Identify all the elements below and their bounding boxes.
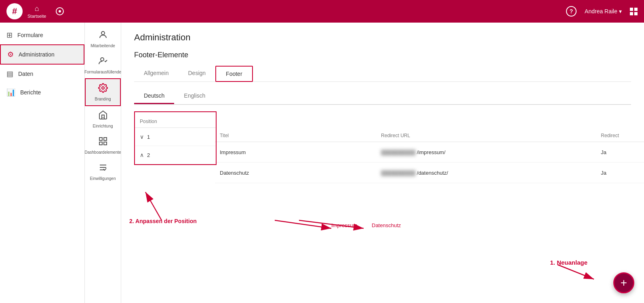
dashboardelemente-label: Dashboardelemente (84, 150, 121, 155)
sidebar-item-dashboardelemente[interactable]: Dashboardelemente (85, 132, 121, 159)
col-header-titel: Titel (215, 130, 376, 142)
arrow-down-1[interactable]: ∨ (140, 134, 144, 140)
sidebar-item-label-administration: Administration (19, 51, 55, 58)
svg-point-1 (101, 58, 104, 61)
tab-bar-main: Allgemein Design Footer (134, 66, 631, 82)
url-path-impressum: /impressum/ (417, 149, 446, 155)
svg-rect-5 (104, 138, 107, 140)
einrichtung-label: Einrichtung (93, 124, 113, 128)
page-title: Administration (134, 32, 631, 43)
einwilligungen-icon (98, 163, 108, 175)
home-icon: ⌂ (35, 4, 39, 13)
circle-indicator (56, 7, 64, 15)
col-header-position: Position (135, 115, 216, 128)
url-impressum: ██████████ /impressum/ (376, 142, 596, 163)
icon-sidebar: Mitarbeitende Formularausfüllende Brandi… (85, 23, 121, 303)
svg-point-0 (101, 31, 105, 35)
svg-rect-4 (99, 138, 102, 140)
redirect-impressum: Ja (596, 142, 644, 163)
annotation-anpassen: 2. Anpassen der Position (129, 218, 197, 224)
titel-datenschutz: Datenschutz (215, 163, 376, 183)
url-datenschutz: ██████████ /datenschutz/ (376, 163, 596, 183)
left-sidebar: ⊞ Formulare ⚙ Administration ▤ Daten 📊 B… (0, 23, 85, 303)
einrichtung-icon (98, 110, 108, 122)
sidebar-item-daten[interactable]: ▤ Daten (0, 65, 84, 83)
table-row-impressum: Impressum ██████████ /impressum/ Ja ⋮ (215, 142, 644, 163)
user-name-label: Andrea Raile (585, 8, 617, 15)
sidebar-item-formulare[interactable]: ⊞ Formulare (0, 26, 84, 44)
url-path-datenschutz: /datenschutz/ (417, 170, 448, 176)
position-cell-1: ∨ 1 (135, 128, 216, 146)
redirect-datenschutz: Ja (596, 163, 644, 183)
sidebar-item-label-berichte: Berichte (20, 89, 41, 96)
branding-icon (98, 83, 108, 95)
svg-rect-3 (101, 117, 105, 118)
einwilligungen-label: Einwilligungen (90, 176, 116, 181)
svg-line-12 (145, 192, 162, 220)
table-row: ∨ 1 (135, 128, 216, 146)
pos-num-2: 2 (147, 152, 150, 158)
sidebar-item-branding[interactable]: Branding (85, 78, 121, 106)
sidebar-item-administration[interactable]: ⚙ Administration (0, 44, 84, 65)
help-button[interactable]: ? (566, 6, 577, 17)
annotation-impressum: Impressum (331, 222, 357, 228)
tab-allgemein[interactable]: Allgemein (134, 66, 178, 81)
chevron-down-icon: ▾ (619, 8, 622, 15)
add-button[interactable]: + (613, 272, 634, 293)
svg-line-13 (275, 220, 331, 228)
sidebar-item-formularausfuellende[interactable]: Formularausfüllende (85, 52, 121, 78)
tab-design[interactable]: Design (178, 66, 215, 81)
administration-icon: ⚙ (7, 50, 14, 59)
formularausfuellende-icon (98, 56, 108, 68)
logo[interactable]: # (6, 3, 23, 19)
home-nav[interactable]: ⌂ Startseite (27, 4, 46, 19)
svg-line-15 (558, 265, 594, 279)
apps-button[interactable] (630, 8, 638, 15)
mitarbeitende-icon (98, 30, 108, 42)
position-cell-2: ∧ 2 (135, 146, 216, 164)
daten-icon: ▤ (6, 69, 13, 78)
svg-rect-7 (104, 142, 107, 145)
tab-englisch[interactable]: Englisch (174, 88, 215, 104)
formularausfuellende-label: Formularausfüllende (84, 70, 121, 74)
sidebar-item-einrichtung[interactable]: Einrichtung (85, 106, 121, 132)
home-label: Startseite (27, 14, 46, 19)
top-nav: # ⌂ Startseite ? Andrea Raile ▾ (0, 0, 644, 23)
user-menu[interactable]: Andrea Raile ▾ (585, 8, 622, 15)
branding-label: Branding (95, 97, 111, 101)
footer-table: Position ∨ 1 (135, 115, 216, 164)
sidebar-item-einwilligungen[interactable]: Einwilligungen (85, 159, 121, 185)
main-layout: ⊞ Formulare ⚙ Administration ▤ Daten 📊 B… (0, 23, 644, 303)
sidebar-item-mitarbeitende[interactable]: Mitarbeitende (85, 26, 121, 52)
tab-deutsch[interactable]: Deutsch (134, 88, 174, 104)
tab-footer[interactable]: Footer (215, 66, 253, 82)
sidebar-item-label-daten: Daten (18, 71, 33, 77)
col-header-redirect-url: Redirect URL (376, 130, 596, 142)
table-row-datenschutz: Datenschutz ██████████ /datenschutz/ Ja … (215, 163, 644, 183)
annotation-neuanlage: 1. Neuanlage (550, 259, 587, 266)
berichte-icon: 📊 (6, 88, 15, 97)
mitarbeitende-label: Mitarbeitende (90, 44, 115, 48)
svg-point-2 (102, 87, 104, 89)
sidebar-item-label-formulare: Formulare (17, 32, 43, 38)
annotation-datenschutz: Datenschutz (372, 222, 401, 228)
lang-tab-bar: Deutsch Englisch (134, 88, 631, 105)
sidebar-item-berichte[interactable]: 📊 Berichte (0, 83, 84, 102)
pos-num-1: 1 (147, 134, 150, 140)
col-header-redirect: Redirect (596, 130, 644, 142)
content-area: Administration Footer-Elemente Allgemein… (121, 23, 644, 303)
top-nav-right: ? Andrea Raile ▾ (566, 6, 638, 17)
dashboardelemente-icon (98, 136, 108, 148)
svg-rect-6 (99, 142, 102, 145)
formulare-icon: ⊞ (6, 31, 13, 40)
full-footer-table: Titel Redirect URL Redirect Impressum ██… (215, 130, 644, 183)
table-row: ∧ 2 (135, 146, 216, 164)
arrow-up-2[interactable]: ∧ (140, 152, 144, 158)
section-title: Footer-Elemente (134, 51, 631, 59)
titel-impressum: Impressum (215, 142, 376, 163)
